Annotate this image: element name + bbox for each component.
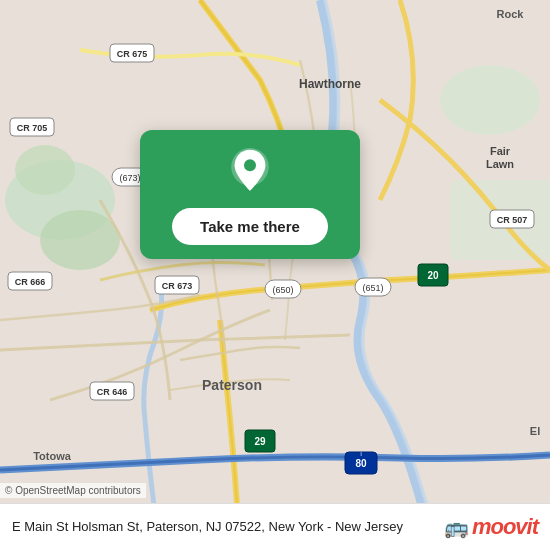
svg-text:(673): (673) — [119, 173, 140, 183]
svg-point-3 — [15, 145, 75, 195]
svg-text:CR 673: CR 673 — [162, 281, 193, 291]
svg-text:CR 705: CR 705 — [17, 123, 48, 133]
moovit-bus-icon: 🚌 — [444, 515, 469, 539]
address-text: E Main St Holsman St, Paterson, NJ 07522… — [12, 518, 436, 536]
map-container: CR 675 CR 705 (673) CR 666 CR 646 CR 673… — [0, 0, 550, 550]
svg-text:CR 507: CR 507 — [497, 215, 528, 225]
svg-text:CR 675: CR 675 — [117, 49, 148, 59]
bottom-bar: E Main St Holsman St, Paterson, NJ 07522… — [0, 503, 550, 550]
moovit-brand-text: moovit — [472, 514, 538, 540]
svg-text:CR 666: CR 666 — [15, 277, 46, 287]
svg-text:Hawthorne: Hawthorne — [299, 77, 361, 91]
moovit-logo: 🚌 moovit — [444, 514, 538, 540]
svg-text:Rock: Rock — [497, 8, 525, 20]
take-me-there-button[interactable]: Take me there — [172, 208, 328, 245]
svg-text:El: El — [530, 425, 540, 437]
svg-point-2 — [40, 210, 120, 270]
svg-text:CR 646: CR 646 — [97, 387, 128, 397]
location-card: Take me there — [140, 130, 360, 259]
svg-point-4 — [440, 65, 540, 135]
svg-text:80: 80 — [355, 458, 367, 469]
svg-point-40 — [244, 159, 256, 171]
osm-credit: © OpenStreetMap contributors — [0, 483, 146, 498]
map-pin-icon — [226, 148, 274, 196]
svg-text:Paterson: Paterson — [202, 377, 262, 393]
map-background: CR 675 CR 705 (673) CR 666 CR 646 CR 673… — [0, 0, 550, 550]
svg-text:Lawn: Lawn — [486, 158, 514, 170]
svg-text:20: 20 — [427, 270, 439, 281]
svg-text:Fair: Fair — [490, 145, 511, 157]
svg-text:29: 29 — [254, 436, 266, 447]
svg-text:(650): (650) — [272, 285, 293, 295]
svg-text:(651): (651) — [362, 283, 383, 293]
svg-text:Totowa: Totowa — [33, 450, 72, 462]
